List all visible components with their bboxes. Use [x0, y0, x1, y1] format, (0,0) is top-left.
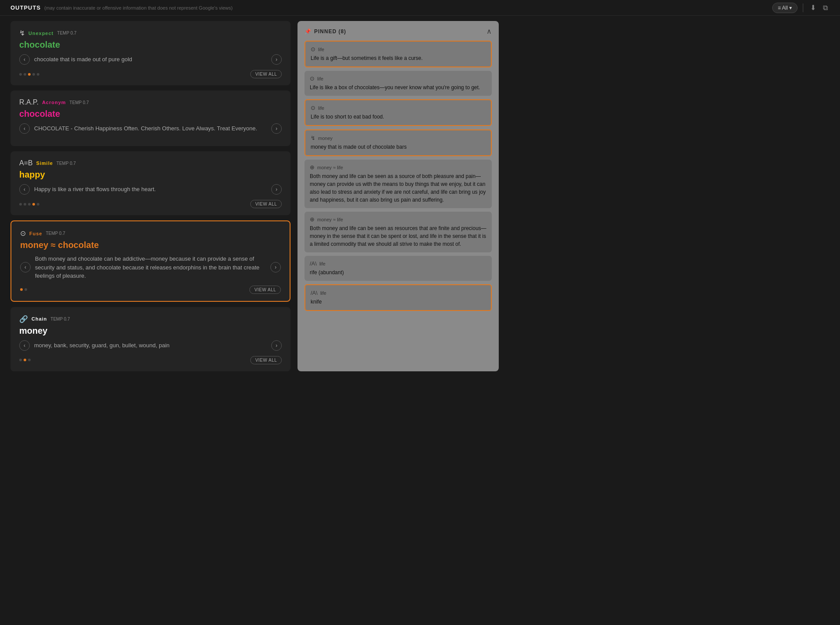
pinned-item[interactable]: ⊕money ≈ lifeBoth money and life can be …	[304, 160, 492, 208]
card-title: happy	[19, 170, 282, 180]
card-header: R.A.P.AcronymTEMP 0.7	[19, 98, 282, 106]
pinned-item-tag: money ≈ life	[317, 217, 343, 222]
card-nav-bottom: VIEW ALL	[19, 200, 282, 208]
pinned-title: 📌 PINNED (8)	[304, 28, 346, 35]
card-type-label: Acronym	[42, 100, 66, 105]
view-all-button[interactable]: VIEW ALL	[250, 200, 282, 208]
card-temp: TEMP 0.7	[70, 100, 89, 105]
card-title: money	[19, 326, 282, 336]
pinned-item-icon: ⊙	[310, 75, 315, 82]
card-nav-bottom: VIEW ALL	[19, 356, 282, 364]
dot	[19, 203, 22, 206]
view-all-button[interactable]: VIEW ALL	[250, 70, 282, 78]
pinned-item-tag: life	[318, 105, 324, 111]
view-all-button[interactable]: VIEW ALL	[250, 356, 282, 364]
card-type-icon: ↯	[19, 29, 25, 37]
next-arrow[interactable]: ›	[271, 123, 282, 134]
pinned-item-tag: life	[319, 261, 326, 266]
card-nav-top: ‹chocolate that is made out of pure gold…	[19, 54, 282, 65]
card-unexpect: ↯UnexpectTEMP 0.7chocolate‹chocolate tha…	[10, 21, 290, 85]
pinned-item[interactable]: /A\liferife (abundant)	[304, 256, 492, 281]
pinned-item-text: Both money and life can be seen as a sou…	[310, 172, 486, 204]
dot	[28, 73, 31, 76]
prev-arrow[interactable]: ‹	[19, 123, 30, 134]
card-type-icon: A=B	[19, 159, 33, 167]
pinned-item[interactable]: ⊕money ≈ lifeBoth money and life can be …	[304, 212, 492, 252]
pinned-item-icon: ⊕	[310, 164, 315, 171]
card-nav-top: ‹Happy is like a river that flows throug…	[19, 184, 282, 195]
divider	[803, 3, 803, 12]
pinned-item-header: ⊕money ≈ life	[310, 216, 486, 223]
card-dots	[19, 359, 31, 361]
pinned-item-icon: ⊙	[311, 105, 315, 111]
pinned-item[interactable]: ⊙lifeLife is like a box of chocolates—yo…	[304, 71, 492, 96]
pinned-item-text: rife (abundant)	[310, 269, 486, 276]
pinned-item[interactable]: ⊙lifeLife is a gift—but sometimes it fee…	[304, 41, 492, 67]
dot	[20, 288, 23, 291]
download-button[interactable]: ⬇	[808, 2, 818, 14]
pinned-item-tag: life	[320, 290, 326, 296]
pinned-item-icon: ↯	[311, 135, 315, 141]
card-body: Both money and chocolate can be addictiv…	[35, 255, 266, 280]
pinned-item-tag: money ≈ life	[317, 165, 343, 170]
card-nav-top: ‹Both money and chocolate can be addicti…	[20, 255, 281, 280]
card-fuse: ⊙FuseTEMP 0.7money ≈ chocolate‹Both mone…	[10, 220, 290, 302]
prev-arrow[interactable]: ‹	[19, 184, 30, 195]
card-nav-bottom: VIEW ALL	[20, 286, 281, 294]
card-simile: A=BSimileTEMP 0.7happy‹Happy is like a r…	[10, 151, 290, 215]
card-dots	[19, 203, 39, 206]
card-header: A=BSimileTEMP 0.7	[19, 159, 282, 167]
next-arrow[interactable]: ›	[271, 340, 282, 351]
prev-arrow[interactable]: ‹	[19, 54, 30, 65]
next-arrow[interactable]: ›	[271, 54, 282, 65]
pinned-item[interactable]: ⊙lifeLife is too short to eat bad food.	[304, 99, 492, 126]
dot	[37, 73, 39, 76]
copy-button[interactable]: ⧉	[821, 2, 830, 14]
pinned-item-text: knife	[311, 298, 486, 306]
pinned-item-header: ⊙life	[310, 75, 486, 82]
card-temp: TEMP 0.7	[46, 231, 65, 236]
dot	[28, 203, 31, 206]
pinned-item-text: money that is made out of chocolate bars	[311, 143, 486, 151]
next-arrow[interactable]: ›	[270, 262, 281, 272]
dot	[24, 288, 27, 291]
pinned-item-icon: ⊙	[311, 46, 315, 52]
next-arrow[interactable]: ›	[271, 184, 282, 195]
card-acronym: R.A.P.AcronymTEMP 0.7chocolate‹CHOCOLATE…	[10, 91, 290, 146]
pinned-item-text: Both money and life can be seen as resou…	[310, 224, 486, 248]
card-temp: TEMP 0.7	[57, 31, 77, 35]
card-type-icon: 🔗	[19, 315, 28, 323]
filter-button[interactable]: ≡ All ▾	[772, 3, 798, 13]
prev-arrow[interactable]: ‹	[19, 340, 30, 351]
dot	[19, 73, 22, 76]
card-type-label: Fuse	[29, 231, 42, 236]
pinned-item-header: ⊕money ≈ life	[310, 164, 486, 171]
card-body: money, bank, security, guard, gun, bulle…	[34, 341, 267, 350]
prev-arrow[interactable]: ‹	[20, 262, 31, 272]
pinned-list: ⊙lifeLife is a gift—but sometimes it fee…	[304, 41, 492, 311]
pinned-item[interactable]: ↯moneymoney that is made out of chocolat…	[304, 129, 492, 156]
pinned-item-header: ⊙life	[311, 105, 486, 111]
card-body: Happy is like a river that flows through…	[34, 185, 267, 194]
collapse-button[interactable]: ∧	[486, 27, 492, 35]
top-bar: OUTPUTS (may contain inaccurate or offen…	[0, 0, 840, 16]
view-all-button[interactable]: VIEW ALL	[249, 286, 281, 294]
pinned-item-icon: /A\	[310, 260, 317, 267]
left-panel: ↯UnexpectTEMP 0.7chocolate‹chocolate tha…	[10, 21, 290, 371]
card-temp: TEMP 0.7	[51, 317, 70, 321]
dot	[28, 359, 31, 361]
dot	[32, 73, 35, 76]
pinned-item-text: Life is a gift—but sometimes it feels li…	[311, 54, 486, 62]
pinned-item-icon: ⊕	[310, 216, 315, 223]
pinned-header: 📌 PINNED (8) ∧	[304, 27, 492, 35]
card-type-label: Chain	[32, 316, 47, 321]
card-nav-top: ‹money, bank, security, guard, gun, bull…	[19, 340, 282, 351]
card-body: CHOCOLATE - Cherish Happiness Often. Che…	[34, 124, 267, 133]
card-type-label: Simile	[36, 161, 53, 166]
pinned-item[interactable]: /A\lifeknife	[304, 284, 492, 311]
dot	[24, 73, 26, 76]
pinned-item-tag: life	[318, 47, 324, 52]
card-title: chocolate	[19, 109, 282, 119]
card-type-label: Unexpect	[28, 31, 54, 36]
card-header: ⊙FuseTEMP 0.7	[20, 229, 281, 237]
